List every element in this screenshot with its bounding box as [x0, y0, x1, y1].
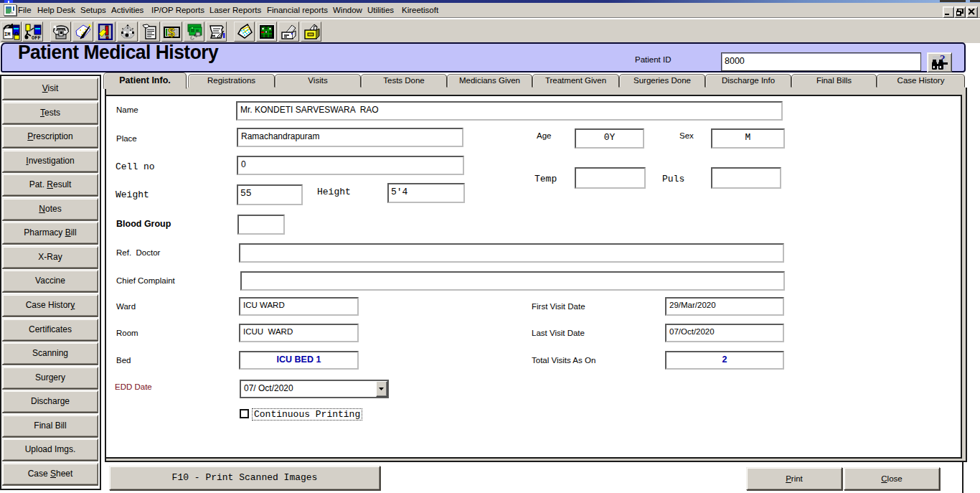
svg-text:IM: IM — [4, 32, 10, 37]
svg-text:OFF: OFF — [32, 35, 41, 40]
svg-text:$: $ — [169, 26, 176, 39]
